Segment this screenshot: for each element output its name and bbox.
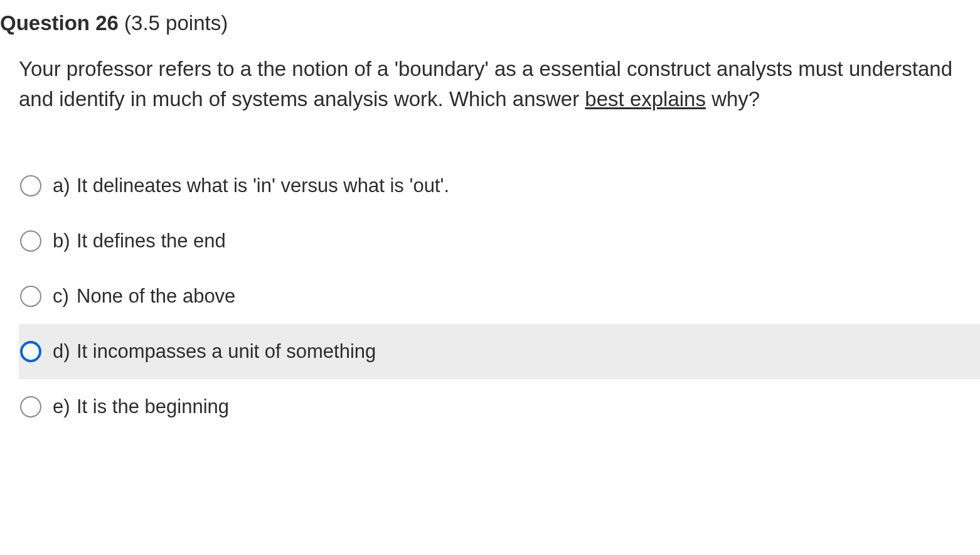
option-letter: b) — [53, 230, 77, 252]
option-b[interactable]: b) It defines the end — [19, 213, 980, 269]
option-letter: d) — [53, 340, 77, 363]
question-text-part2: why? — [706, 87, 760, 110]
option-text: It incompasses a unit of something — [77, 340, 376, 363]
option-label: d) It incompasses a unit of something — [53, 340, 376, 363]
radio-button-icon[interactable] — [20, 230, 41, 252]
option-label: a) It delineates what is 'in' versus wha… — [53, 175, 449, 197]
option-letter: e) — [53, 396, 77, 418]
option-text: It is the beginning — [77, 396, 229, 418]
question-points: (3.5 points) — [124, 11, 228, 35]
radio-button-icon[interactable] — [20, 341, 41, 362]
option-d[interactable]: d) It incompasses a unit of something — [19, 324, 980, 379]
option-letter: c) — [53, 285, 77, 308]
option-label: e) It is the beginning — [53, 396, 229, 418]
radio-button-icon[interactable] — [20, 396, 41, 418]
question-text: Your professor refers to a the notion of… — [0, 54, 980, 114]
quiz-question-container: Question 26 (3.5 points) Your professor … — [0, 0, 980, 434]
option-label: c) None of the above — [53, 285, 235, 308]
option-c[interactable]: c) None of the above — [19, 269, 980, 324]
radio-button-icon[interactable] — [20, 175, 41, 197]
option-e[interactable]: e) It is the beginning — [19, 379, 980, 434]
option-label: b) It defines the end — [53, 230, 226, 252]
radio-button-icon[interactable] — [20, 286, 41, 307]
option-text: It defines the end — [77, 230, 226, 252]
option-letter: a) — [53, 175, 77, 197]
options-list: a) It delineates what is 'in' versus wha… — [0, 158, 980, 434]
option-a[interactable]: a) It delineates what is 'in' versus wha… — [19, 158, 980, 213]
option-text: It delineates what is 'in' versus what i… — [77, 175, 449, 197]
question-text-part1: Your professor refers to a the notion of… — [19, 57, 952, 110]
option-text: None of the above — [77, 285, 235, 308]
question-text-underlined: best explains — [585, 87, 706, 110]
question-header: Question 26 (3.5 points) — [0, 11, 980, 35]
question-number: Question 26 — [0, 11, 119, 35]
